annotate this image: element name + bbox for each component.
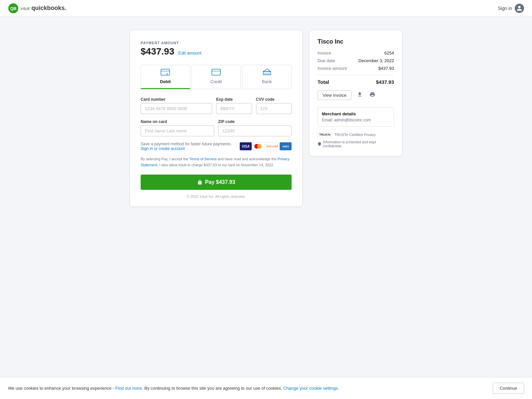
lock-icon (197, 180, 202, 185)
svg-rect-11 (268, 72, 270, 75)
exp-date-group: Exp date (216, 97, 252, 114)
terms-text: By selecting Pay, I accept the Terms of … (141, 156, 292, 168)
payment-tabs: Debit Credit (141, 65, 292, 89)
svg-rect-9 (264, 72, 266, 75)
pay-button[interactable]: Pay $437.93 (141, 175, 292, 190)
save-payment-row: Save a payment method for faster future … (141, 142, 292, 151)
debit-tab-icon (161, 68, 170, 78)
card-number-input[interactable] (141, 103, 212, 114)
merchant-details-title: Merchant details (322, 111, 390, 116)
discover-logo: DISCOVER (266, 142, 278, 150)
bank-tab-icon (262, 68, 272, 78)
name-zip-row: Name on card ZIP code (141, 119, 292, 136)
print-invoice-button[interactable] (368, 90, 377, 100)
download-invoice-button[interactable] (355, 90, 364, 100)
credit-tab-icon (211, 68, 221, 78)
company-name: Tisco Inc (318, 38, 394, 45)
cvv-label: CVV code (256, 97, 292, 102)
sign-in-area[interactable]: Sign in (498, 4, 524, 13)
amex-logo: AMEX (280, 142, 292, 150)
logo: QB intuit quickbooks. (8, 3, 66, 14)
due-date-value: December 3, 2022 (358, 58, 394, 63)
find-out-more-link[interactable]: Find out more. (115, 386, 143, 391)
cookie-banner: We use cookies to enhance your browsing … (0, 377, 532, 399)
invoice-amount-row: Invoice amount $437.93 (318, 66, 394, 71)
svg-rect-6 (212, 70, 220, 72)
terms-of-service-link[interactable]: Terms of Service (189, 157, 216, 161)
truste-label: TRUSTe Certified Privacy (334, 133, 376, 137)
total-label: Total (318, 79, 329, 85)
tab-debit[interactable]: Debit (141, 65, 190, 89)
invoice-total-row: Total $437.93 (318, 79, 394, 85)
card-number-group: Card number (141, 97, 212, 114)
payment-amount-value: $437.93 (141, 46, 174, 57)
tab-bank-label: Bank (262, 79, 272, 84)
save-payment-text: Save a payment method for faster future … (141, 142, 240, 151)
svg-rect-3 (161, 70, 170, 72)
protected-text: Information is protected and kept confid… (318, 140, 394, 148)
main-container: PAYMENT AMOUNT $437.93 Edit amount Debit (83, 17, 449, 220)
svg-rect-5 (212, 69, 220, 75)
sign-in-create-link[interactable]: Sign in or create account (141, 146, 185, 151)
due-date-row: Due date December 3, 2022 (318, 58, 394, 63)
print-icon (369, 91, 375, 97)
view-invoice-button[interactable]: View invoice (318, 90, 351, 100)
shield-icon (318, 142, 322, 146)
trust-section: TRUSTe TRUSTe Certified Privacy Informat… (318, 132, 394, 148)
edit-amount-link[interactable]: Edit amount (178, 51, 201, 56)
exp-date-input[interactable] (216, 103, 252, 114)
payment-card: PAYMENT AMOUNT $437.93 Edit amount Debit (130, 30, 303, 207)
copyright-text: © 2022 Intuit Inc. All rights reserved. (141, 195, 292, 199)
exp-date-label: Exp date (216, 97, 252, 102)
download-icon (357, 91, 363, 97)
invoice-divider (318, 75, 394, 75)
tab-debit-label: Debit (160, 79, 171, 84)
mastercard-logo (253, 142, 265, 150)
tab-credit[interactable]: Credit (192, 65, 241, 89)
cookie-text: We use cookies to enhance your browsing … (8, 386, 485, 391)
svg-text:QB: QB (10, 6, 17, 11)
card-number-row: Card number Exp date CVV code (141, 97, 292, 114)
change-cookie-settings-link[interactable]: Change your cookie settings. (283, 386, 339, 391)
tab-bank[interactable]: Bank (242, 65, 292, 89)
visa-logo: VISA (240, 142, 252, 150)
name-on-card-input[interactable] (141, 125, 214, 136)
zip-code-input[interactable] (218, 125, 292, 136)
truste-badge: TRUSTe TRUSTe Certified Privacy (318, 132, 394, 137)
truste-logo: TRUSTe (318, 132, 332, 137)
payment-amount-label: PAYMENT AMOUNT (141, 41, 292, 45)
tab-credit-label: Credit (210, 79, 222, 84)
invoice-amount-value: $437.93 (378, 66, 394, 71)
zip-code-label: ZIP code (218, 119, 292, 124)
header: QB intuit quickbooks. Sign in (0, 0, 532, 17)
svg-rect-10 (266, 72, 268, 75)
invoice-amount-label: Invoice amount (318, 66, 347, 71)
logo-text: intuit quickbooks. (21, 5, 66, 12)
invoice-actions: View invoice (318, 90, 394, 100)
invoice-number: 6254 (384, 51, 394, 56)
merchant-details-section: Merchant details Email: admin@tiscoinc.c… (318, 107, 394, 127)
due-date-label: Due date (318, 58, 335, 63)
payment-amount-row: $437.93 Edit amount (141, 46, 292, 57)
card-logos: VISA DISCOVER AMEX (240, 142, 292, 150)
invoice-number-row: Invoice 6254 (318, 51, 394, 56)
zip-code-group: ZIP code (218, 119, 292, 136)
svg-rect-2 (161, 69, 170, 75)
pay-button-label: Pay $437.93 (205, 179, 235, 185)
user-avatar-icon (515, 4, 524, 13)
cvv-group: CVV code (256, 97, 292, 114)
name-on-card-group: Name on card (141, 119, 214, 136)
sign-in-label[interactable]: Sign in (498, 6, 512, 11)
invoice-card: Tisco Inc Invoice 6254 Due date December… (309, 30, 402, 156)
name-on-card-label: Name on card (141, 119, 214, 124)
merchant-email: Email: admin@tiscoinc.com (322, 118, 390, 122)
cvv-input[interactable] (256, 103, 292, 114)
svg-marker-8 (263, 69, 271, 71)
invoice-label: Invoice (318, 51, 331, 56)
quickbooks-logo-icon: QB (8, 3, 19, 14)
svg-point-4 (167, 73, 168, 74)
card-number-label: Card number (141, 97, 212, 102)
total-value: $437.93 (376, 79, 394, 85)
cookie-continue-button[interactable]: Continue (493, 383, 524, 394)
